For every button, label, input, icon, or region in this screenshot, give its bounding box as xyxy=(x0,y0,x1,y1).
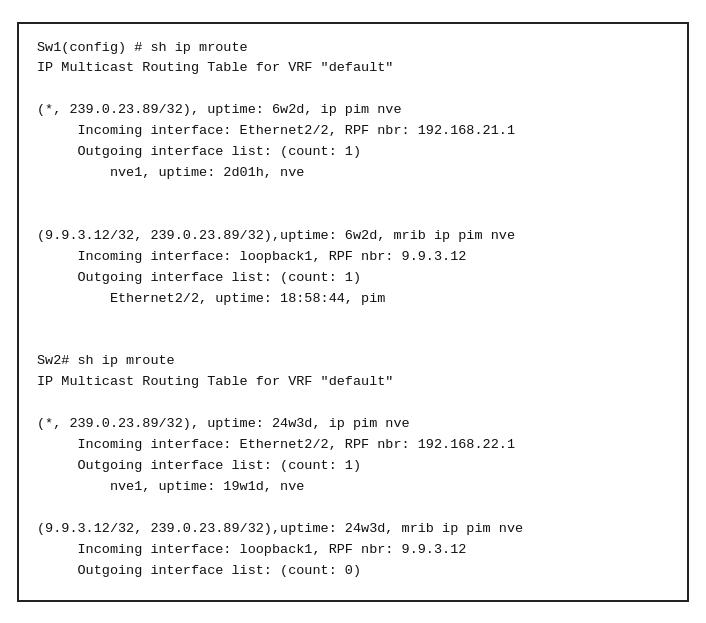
terminal-line: Outgoing interface list: (count: 1) xyxy=(37,142,669,163)
terminal-line: (9.9.3.12/32, 239.0.23.89/32),uptime: 24… xyxy=(37,519,669,540)
terminal-line xyxy=(37,79,669,100)
terminal-line: nve1, uptime: 2d01h, nve xyxy=(37,163,669,184)
terminal-line: Incoming interface: Ethernet2/2, RPF nbr… xyxy=(37,121,669,142)
terminal-line: IP Multicast Routing Table for VRF "defa… xyxy=(37,372,669,393)
terminal-line: (*, 239.0.23.89/32), uptime: 6w2d, ip pi… xyxy=(37,100,669,121)
terminal-line: Outgoing interface list: (count: 0) xyxy=(37,561,669,582)
terminal-output: Sw1(config) # sh ip mrouteIP Multicast R… xyxy=(17,22,689,602)
terminal-line: (9.9.3.12/32, 239.0.23.89/32),uptime: 6w… xyxy=(37,226,669,247)
terminal-line: IP Multicast Routing Table for VRF "defa… xyxy=(37,58,669,79)
terminal-line xyxy=(37,393,669,414)
terminal-line: nve1, uptime: 19w1d, nve xyxy=(37,477,669,498)
terminal-line xyxy=(37,498,669,519)
terminal-line: Incoming interface: loopback1, RPF nbr: … xyxy=(37,540,669,561)
terminal-line: Outgoing interface list: (count: 1) xyxy=(37,268,669,289)
terminal-line: Incoming interface: loopback1, RPF nbr: … xyxy=(37,247,669,268)
terminal-line xyxy=(37,309,669,330)
terminal-line xyxy=(37,205,669,226)
terminal-line: Sw2# sh ip mroute xyxy=(37,351,669,372)
terminal-line xyxy=(37,330,669,351)
terminal-line: Ethernet2/2, uptime: 18:58:44, pim xyxy=(37,289,669,310)
terminal-line: Incoming interface: Ethernet2/2, RPF nbr… xyxy=(37,435,669,456)
terminal-line: Outgoing interface list: (count: 1) xyxy=(37,456,669,477)
terminal-line: Sw1(config) # sh ip mroute xyxy=(37,38,669,59)
terminal-line xyxy=(37,184,669,205)
terminal-line: (*, 239.0.23.89/32), uptime: 24w3d, ip p… xyxy=(37,414,669,435)
